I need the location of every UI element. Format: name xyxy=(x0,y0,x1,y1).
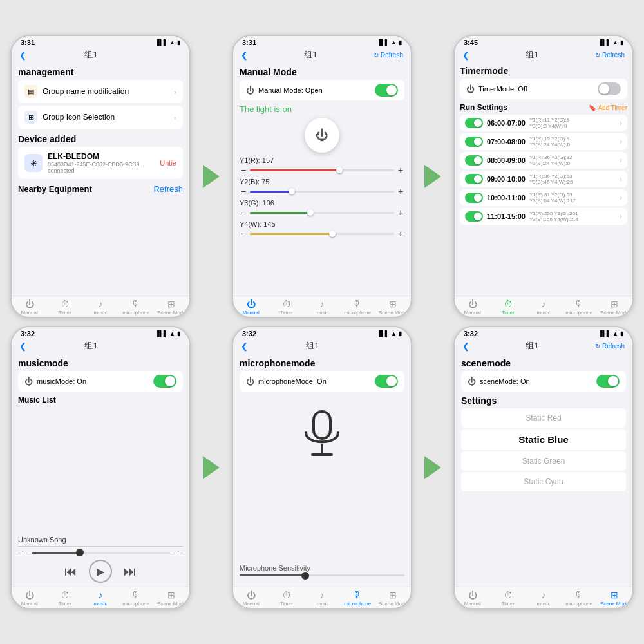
tab-manual-2[interactable]: ⏻Manual xyxy=(233,299,269,316)
tab-music-2[interactable]: ♪music xyxy=(304,299,339,316)
tab-scene-6[interactable]: ⊞Scene Mode xyxy=(597,590,632,607)
scene-static-green[interactable]: Static Green xyxy=(461,451,626,471)
mic-tab-icon-3: 🎙 xyxy=(574,299,583,309)
tab-mic-6[interactable]: 🎙microphone xyxy=(562,590,597,607)
back-button-3[interactable]: ❮ xyxy=(462,50,469,60)
tab-mic-2[interactable]: 🎙microphone xyxy=(340,299,375,316)
tab-timer-2[interactable]: ⏱Timer xyxy=(269,299,304,316)
timer-toggle-main[interactable] xyxy=(598,82,621,95)
slider-thumb-r[interactable] xyxy=(336,167,343,173)
microphone-icon-large xyxy=(240,408,404,460)
untie-button[interactable]: Untie xyxy=(160,159,176,167)
play-button[interactable]: ▶ xyxy=(89,560,112,583)
timer-chevron-3[interactable]: › xyxy=(620,156,622,165)
tab-manual-5[interactable]: ⏻Manual xyxy=(233,590,269,607)
slider-thumb-w[interactable] xyxy=(329,231,336,237)
mic-mode-text: microphoneMode: On xyxy=(258,377,371,385)
timer-toggle-3[interactable] xyxy=(465,155,483,166)
tab-manual-3[interactable]: ⏻Manual xyxy=(455,299,490,316)
mic-tab-icon-2: 🎙 xyxy=(353,299,362,309)
slider-plus-r[interactable]: + xyxy=(397,165,404,175)
slider-track-w[interactable] xyxy=(250,233,394,235)
timer-toggle-1[interactable] xyxy=(465,118,483,128)
tab-music-5[interactable]: ♪music xyxy=(304,590,339,607)
music-toggle[interactable] xyxy=(153,375,176,388)
tab-scene-4[interactable]: ⊞Scene Mode xyxy=(154,590,189,607)
slider-thumb-g[interactable] xyxy=(307,209,314,216)
slider-track-b[interactable] xyxy=(250,191,394,193)
slider-track-r[interactable] xyxy=(250,169,394,171)
add-timer-button[interactable]: 🔖 Add Timer xyxy=(589,104,627,111)
tab-mic-5[interactable]: 🎙microphone xyxy=(340,590,375,607)
timer-chevron-2[interactable]: › xyxy=(620,137,622,146)
tab-timer-3[interactable]: ⏱Timer xyxy=(490,299,526,316)
slider-track-g[interactable] xyxy=(250,212,394,214)
tab-mic-3[interactable]: 🎙microphone xyxy=(562,299,597,316)
slider-minus-g[interactable]: − xyxy=(240,207,247,218)
slider-thumb-b[interactable] xyxy=(289,188,295,194)
refresh-button-3[interactable]: ↻ Refresh xyxy=(595,52,625,59)
slider-minus-w[interactable]: − xyxy=(240,229,247,239)
refresh-button-2[interactable]: ↻ Refresh xyxy=(374,52,403,59)
timer-toggle-4[interactable] xyxy=(465,174,483,184)
tab-music-1[interactable]: ♪music xyxy=(82,299,118,316)
tab-music-4[interactable]: ♪music xyxy=(82,590,118,607)
refresh-label[interactable]: Refresh xyxy=(153,184,183,194)
tab-mic-1[interactable]: 🎙microphone xyxy=(118,299,154,316)
prev-button[interactable]: ⏮ xyxy=(64,564,77,579)
tab-music-6[interactable]: ♪music xyxy=(526,590,561,607)
manual-title: Manual Mode xyxy=(240,67,404,77)
chevron-2: › xyxy=(174,113,176,122)
signal-icon-2: ▐▌▌ xyxy=(377,39,389,46)
back-button-2[interactable]: ❮ xyxy=(241,50,248,60)
tab-scene-1[interactable]: ⊞Scene Mode xyxy=(154,299,189,316)
scene-static-red[interactable]: Static Red xyxy=(461,408,626,428)
tab-timer-5[interactable]: ⏱Timer xyxy=(269,590,304,607)
slider-row-r: − + xyxy=(240,165,404,175)
timer-chevron-6[interactable]: › xyxy=(620,212,622,221)
tab-music-3[interactable]: ♪music xyxy=(526,299,561,316)
scene-static-blue[interactable]: Static Blue xyxy=(461,429,626,450)
tab-timer-4[interactable]: ⏱Timer xyxy=(47,590,82,607)
back-button-1[interactable]: ❮ xyxy=(19,50,26,60)
tab-timer-6[interactable]: ⏱Timer xyxy=(490,590,526,607)
timer-toggle-2[interactable] xyxy=(465,137,483,147)
slider-row-b: − + xyxy=(240,186,404,196)
back-button-5[interactable]: ❮ xyxy=(241,341,248,351)
slider-minus-b[interactable]: − xyxy=(240,186,247,196)
refresh-button-6[interactable]: ↻ Refresh xyxy=(595,343,625,350)
manual-toggle[interactable] xyxy=(375,84,398,97)
timer-chevron-5[interactable]: › xyxy=(620,193,622,202)
scene-static-cyan[interactable]: Static Cyan xyxy=(461,472,626,491)
scene-tab-icon-2: ⊞ xyxy=(389,299,397,309)
tab-timer-1[interactable]: ⏱Timer xyxy=(47,299,82,316)
music-track[interactable] xyxy=(32,552,170,554)
tab-scene-2[interactable]: ⊞Scene Mode xyxy=(375,299,411,316)
mic-toggle[interactable] xyxy=(375,375,398,388)
slider-plus-w[interactable]: + xyxy=(397,229,404,239)
slider-fill-r xyxy=(250,169,339,171)
tab-scene-3[interactable]: ⊞Scene Mode xyxy=(597,299,632,316)
group-icon-item[interactable]: ⊞ Group Icon Selection › xyxy=(18,106,183,129)
scene-toggle[interactable] xyxy=(596,375,620,388)
timer-toggle-5[interactable] xyxy=(465,193,483,203)
back-button-4[interactable]: ❮ xyxy=(19,341,26,351)
sensitivity-track[interactable] xyxy=(240,574,404,576)
sensitivity-thumb[interactable] xyxy=(301,572,309,580)
tab-manual-4[interactable]: ⏻Manual xyxy=(12,590,47,607)
slider-plus-b[interactable]: + xyxy=(397,186,404,196)
next-button[interactable]: ⏭ xyxy=(124,564,137,579)
timer-chevron-4[interactable]: › xyxy=(620,175,622,184)
timer-toggle-6[interactable] xyxy=(465,211,483,222)
tab-manual-6[interactable]: ⏻Manual xyxy=(455,590,490,607)
group-name-item[interactable]: ▤ Group name modification › xyxy=(18,80,183,103)
music-thumb[interactable] xyxy=(76,549,84,556)
slider-plus-g[interactable]: + xyxy=(397,207,404,218)
timer-chevron-1[interactable]: › xyxy=(620,118,622,128)
tab-scene-5[interactable]: ⊞Scene Mode xyxy=(375,590,411,607)
back-button-6[interactable]: ❮ xyxy=(462,341,469,351)
tab-manual-1[interactable]: ⏻Manual xyxy=(12,299,47,316)
power-button[interactable]: ⏻ xyxy=(305,118,339,153)
tab-mic-4[interactable]: 🎙microphone xyxy=(118,590,154,607)
slider-minus-r[interactable]: − xyxy=(240,165,247,175)
